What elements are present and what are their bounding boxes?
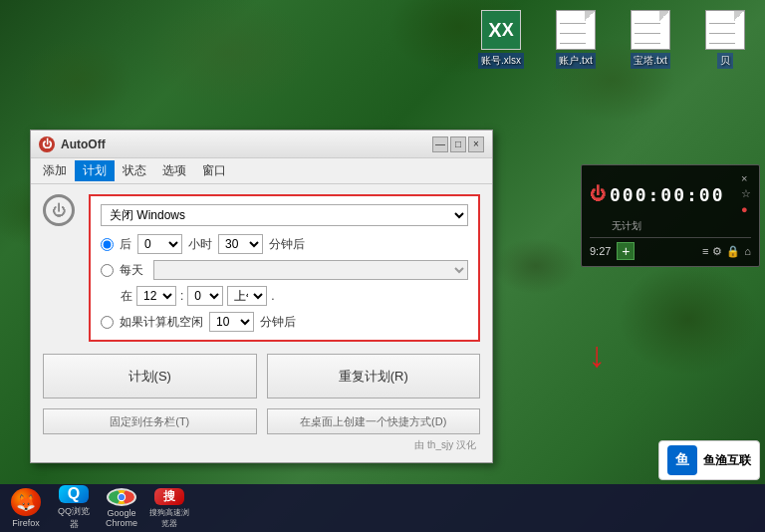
desktop-icon-txt2[interactable]: 宝塔.txt bbox=[621, 10, 680, 69]
radio-after-row: 后 0 1 2 小时 30 0 15 45 60 bbox=[101, 234, 468, 254]
bottom-buttons: 固定到任务栏(T) 在桌面上创建一个快捷方式(D) bbox=[43, 408, 480, 434]
menu-item-window[interactable]: 窗口 bbox=[194, 160, 234, 181]
timer-close-area: × ☆ ● bbox=[741, 171, 751, 217]
buttons-area: 计划(S) 重复计划(R) bbox=[43, 354, 480, 399]
am-pm-select[interactable]: 上午 下午 bbox=[227, 286, 267, 306]
timer-subtitle: 无计划 bbox=[590, 219, 751, 233]
dialog-minimize-button[interactable]: — bbox=[432, 136, 448, 152]
taskbar-firefox[interactable]: 🦊 Firefox bbox=[4, 486, 48, 530]
dialog-title-area: ⏻ AutoOff bbox=[39, 136, 106, 152]
timer-close-icon[interactable]: × bbox=[741, 171, 751, 186]
taskbar-chrome[interactable]: GoogleChrome bbox=[100, 486, 143, 530]
timer-display: 000:00:00 bbox=[610, 184, 725, 205]
txt-file1-label: 账户.txt bbox=[556, 53, 595, 69]
hours-select[interactable]: 0 1 2 bbox=[137, 234, 182, 254]
action-dropdown-row: 关闭 Windows 重启 Windows 注销 睡眠 休眠 bbox=[101, 204, 468, 226]
taskbar-chrome-label: GoogleChrome bbox=[106, 508, 137, 528]
dialog-close-button[interactable]: × bbox=[468, 136, 484, 152]
label-after: 后 bbox=[120, 236, 131, 253]
radio-idle-row: 如果计算机空闲 10 5 15 30 分钟后 bbox=[101, 312, 468, 332]
fish-widget-label: 鱼渔互联 bbox=[703, 452, 751, 469]
autooff-dialog: ⏻ AutoOff — □ × 添加 计划 状态 选项 窗口 ⏻ bbox=[30, 130, 493, 463]
label-hours: 小时 bbox=[188, 236, 212, 253]
desktop-icons: X 账号.xlsx 账户.txt bbox=[471, 10, 755, 69]
label-everyday: 每天 bbox=[120, 262, 143, 279]
txt-file2-label: 宝塔.txt bbox=[631, 53, 669, 69]
desktop-icon-excel[interactable]: X 账号.xlsx bbox=[471, 10, 531, 69]
timer-lock-icon[interactable]: 🔒 bbox=[726, 245, 740, 258]
timer-star-icon[interactable]: ☆ bbox=[741, 186, 751, 201]
txt-icon-3 bbox=[705, 10, 745, 50]
taskbar-qq-browser-label: QQ浏览器 bbox=[54, 505, 94, 531]
menu-item-status[interactable]: 状态 bbox=[115, 160, 154, 181]
txt-icon-2 bbox=[631, 10, 670, 50]
label-at: 在 bbox=[121, 288, 132, 305]
dialog-window-buttons: — □ × bbox=[432, 136, 484, 152]
label-minutes-after: 分钟后 bbox=[269, 236, 305, 253]
timer-menu-icon[interactable]: ≡ bbox=[702, 245, 708, 258]
repeat-schedule-button[interactable]: 重复计划(R) bbox=[267, 354, 481, 399]
qq-browser-icon: Q bbox=[59, 485, 89, 503]
timer-gear-icon[interactable]: ⚙ bbox=[712, 245, 722, 258]
menu-item-options[interactable]: 选项 bbox=[154, 160, 194, 181]
desktop: X 账号.xlsx 账户.txt bbox=[0, 0, 765, 532]
power-circle-icon: ⏻ bbox=[43, 194, 75, 226]
minutes-select[interactable]: 30 0 15 45 60 bbox=[218, 234, 263, 254]
radio-after[interactable] bbox=[101, 238, 114, 251]
timer-dot-icon: ● bbox=[741, 202, 751, 217]
radio-idle[interactable] bbox=[101, 316, 114, 329]
schedule-section: 关闭 Windows 重启 Windows 注销 睡眠 休眠 后 0 bbox=[89, 194, 480, 342]
radio-everyday[interactable] bbox=[101, 264, 114, 277]
create-shortcut-button[interactable]: 在桌面上创建一个快捷方式(D) bbox=[267, 408, 481, 434]
timer-widget: ⏻ 000:00:00 × ☆ ● 无计划 9:27 + ≡ ⚙ 🔒 ⌂ bbox=[581, 164, 760, 267]
label-idle-prefix: 如果计算机空闲 bbox=[120, 314, 203, 331]
dialog-title-text: AutoOff bbox=[61, 137, 106, 151]
menu-item-add[interactable]: 添加 bbox=[35, 160, 75, 181]
dialog-maximize-button[interactable]: □ bbox=[450, 136, 466, 152]
timer-time-label: 9:27 bbox=[590, 245, 611, 257]
taskbar-qq-browser[interactable]: Q QQ浏览器 bbox=[52, 486, 96, 530]
chrome-icon bbox=[107, 488, 136, 506]
sogou-icon: 搜 bbox=[154, 488, 184, 505]
txt-icon-1 bbox=[556, 10, 596, 50]
radio-everyday-row: 每天 bbox=[101, 260, 468, 280]
taskbar-sogou[interactable]: 搜 搜狗高速浏览器 bbox=[147, 486, 191, 530]
txt-file3-label: 贝 bbox=[717, 53, 733, 69]
desktop-icon-txt1[interactable]: 账户.txt bbox=[546, 10, 606, 69]
at-hour-select[interactable]: 12 1 2 bbox=[136, 286, 176, 306]
action-dropdown[interactable]: 关闭 Windows 重启 Windows 注销 睡眠 休眠 bbox=[101, 204, 468, 226]
desktop-icon-txt3[interactable]: 贝 bbox=[695, 10, 755, 69]
colon-label: : bbox=[180, 289, 183, 303]
excel-icon: X bbox=[481, 10, 521, 50]
dialog-content: ⏻ 关闭 Windows 重启 Windows 注销 睡眠 休眠 bbox=[31, 184, 492, 462]
fish-widget[interactable]: 鱼 鱼渔互联 bbox=[658, 440, 760, 480]
at-minute-select[interactable]: 0 15 30 45 bbox=[187, 286, 223, 306]
label-idle-unit: 分钟后 bbox=[260, 314, 296, 331]
pin-taskbar-button[interactable]: 固定到任务栏(T) bbox=[43, 408, 257, 434]
dialog-titlebar: ⏻ AutoOff — □ × bbox=[31, 131, 492, 158]
taskbar-sogou-label: 搜狗高速浏览器 bbox=[149, 507, 189, 529]
schedule-button[interactable]: 计划(S) bbox=[43, 354, 257, 399]
timer-power-icon: ⏻ bbox=[590, 185, 606, 203]
fish-brand-icon: 鱼 bbox=[667, 445, 697, 475]
attribution-text: 由 th_sjy 汉化 bbox=[43, 438, 480, 452]
svg-point-3 bbox=[119, 494, 125, 500]
dialog-menu: 添加 计划 状态 选项 窗口 bbox=[31, 158, 492, 184]
timer-icons-row: ≡ ⚙ 🔒 ⌂ bbox=[702, 245, 751, 258]
excel-file-label: 账号.xlsx bbox=[478, 53, 524, 69]
menu-item-schedule[interactable]: 计划 bbox=[75, 160, 115, 181]
at-time-row: 在 12 1 2 : 0 15 30 45 bbox=[121, 286, 468, 306]
taskbar: 🦊 Firefox Q QQ浏览器 bbox=[0, 484, 765, 532]
timer-add-button[interactable]: + bbox=[617, 242, 635, 260]
dot-label: . bbox=[271, 289, 274, 303]
taskbar-firefox-label: Firefox bbox=[12, 518, 40, 528]
everyday-select[interactable] bbox=[153, 260, 468, 280]
timer-home-icon[interactable]: ⌂ bbox=[744, 245, 751, 258]
dialog-app-icon: ⏻ bbox=[39, 136, 55, 152]
red-arrow-icon: ↑ bbox=[588, 339, 606, 381]
firefox-icon: 🦊 bbox=[11, 488, 41, 516]
idle-minutes-select[interactable]: 10 5 15 30 bbox=[209, 312, 254, 332]
